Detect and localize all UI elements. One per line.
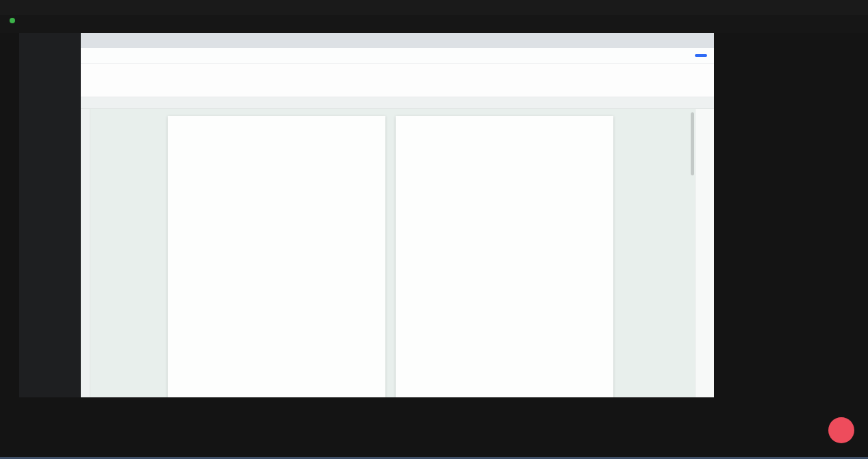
vertical-scrollbar[interactable] — [691, 112, 694, 175]
meeting-subbar — [0, 15, 868, 33]
document-page-2 — [396, 116, 613, 397]
vertical-ruler[interactable] — [81, 109, 90, 397]
hangup-button[interactable] — [828, 400, 854, 449]
wps-menubar — [81, 48, 714, 64]
share-button[interactable] — [695, 54, 707, 57]
meeting-bottombar — [0, 397, 868, 459]
document-area — [81, 109, 714, 397]
wps-side-toolbar — [695, 109, 714, 397]
meeting-titlebar — [0, 0, 868, 15]
wps-tabbar — [81, 33, 714, 48]
horizontal-ruler[interactable] — [81, 97, 714, 109]
view-ribbon — [81, 64, 714, 97]
presenter-banner — [10, 18, 21, 23]
shared-screen — [19, 33, 714, 397]
participants-sidebar — [797, 33, 868, 399]
presenting-indicator-dot — [10, 18, 15, 23]
document-page-1 — [168, 116, 385, 397]
wps-window — [81, 33, 714, 397]
meeting-window — [0, 0, 868, 459]
hangup-icon[interactable] — [828, 417, 854, 443]
